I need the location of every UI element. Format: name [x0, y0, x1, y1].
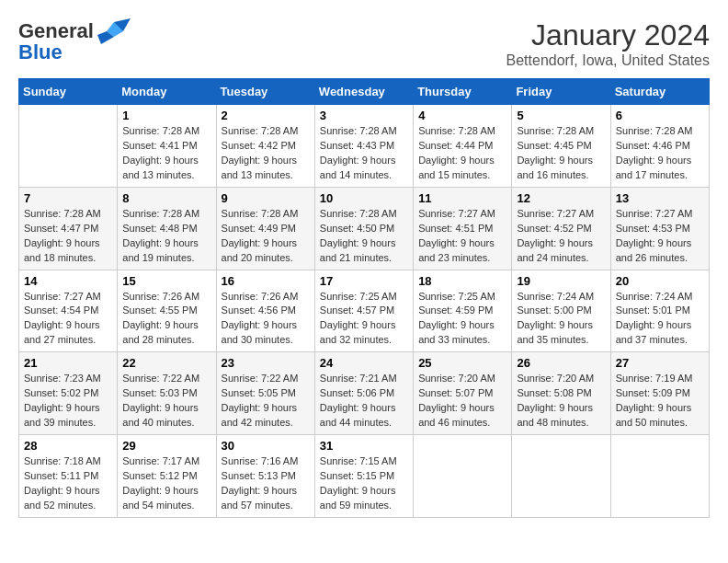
header-monday: Monday — [118, 79, 216, 105]
header-thursday: Thursday — [414, 79, 512, 105]
calendar-cell: 18Sunrise: 7:25 AMSunset: 4:59 PMDayligh… — [414, 270, 512, 352]
day-number: 12 — [517, 191, 605, 205]
calendar-cell: 8Sunrise: 7:28 AMSunset: 4:48 PMDaylight… — [118, 187, 216, 270]
day-number: 20 — [616, 274, 704, 288]
calendar-cell: 26Sunrise: 7:20 AMSunset: 5:08 PMDayligh… — [512, 352, 610, 435]
day-number: 22 — [122, 356, 210, 370]
header-saturday: Saturday — [610, 79, 709, 105]
calendar-cell: 20Sunrise: 7:24 AMSunset: 5:01 PMDayligh… — [610, 270, 709, 352]
day-number: 10 — [320, 191, 408, 205]
logo-bird-icon — [97, 18, 131, 44]
calendar-cell: 16Sunrise: 7:26 AMSunset: 4:56 PMDayligh… — [216, 270, 314, 352]
day-info: Sunrise: 7:28 AMSunset: 4:42 PMDaylight:… — [222, 124, 310, 183]
calendar-cell: 21Sunrise: 7:23 AMSunset: 5:02 PMDayligh… — [19, 352, 118, 435]
calendar-cell: 4Sunrise: 7:28 AMSunset: 4:44 PMDaylight… — [414, 105, 512, 188]
day-info: Sunrise: 7:26 AMSunset: 4:56 PMDaylight:… — [222, 290, 310, 349]
calendar-cell: 5Sunrise: 7:28 AMSunset: 4:45 PMDaylight… — [512, 105, 610, 188]
day-info: Sunrise: 7:22 AMSunset: 5:05 PMDaylight:… — [222, 372, 310, 431]
day-info: Sunrise: 7:28 AMSunset: 4:45 PMDaylight:… — [517, 124, 605, 183]
calendar-cell: 23Sunrise: 7:22 AMSunset: 5:05 PMDayligh… — [216, 352, 314, 435]
calendar-cell: 7Sunrise: 7:28 AMSunset: 4:47 PMDaylight… — [19, 187, 118, 270]
day-info: Sunrise: 7:16 AMSunset: 5:13 PMDaylight:… — [222, 454, 310, 513]
calendar-cell: 12Sunrise: 7:27 AMSunset: 4:52 PMDayligh… — [512, 187, 610, 270]
header-wednesday: Wednesday — [314, 79, 413, 105]
day-number: 1 — [122, 109, 210, 122]
day-number: 31 — [320, 439, 408, 453]
calendar-cell: 14Sunrise: 7:27 AMSunset: 4:54 PMDayligh… — [19, 270, 118, 352]
day-number: 30 — [222, 439, 310, 453]
day-info: Sunrise: 7:27 AMSunset: 4:52 PMDaylight:… — [517, 207, 605, 266]
calendar-cell: 6Sunrise: 7:28 AMSunset: 4:46 PMDaylight… — [610, 105, 709, 188]
calendar-cell: 1Sunrise: 7:28 AMSunset: 4:41 PMDaylight… — [118, 105, 216, 188]
calendar-week-1: 1Sunrise: 7:28 AMSunset: 4:41 PMDaylight… — [19, 105, 710, 188]
day-info: Sunrise: 7:27 AMSunset: 4:53 PMDaylight:… — [616, 207, 704, 266]
calendar-week-4: 21Sunrise: 7:23 AMSunset: 5:02 PMDayligh… — [19, 352, 710, 435]
day-number: 4 — [418, 109, 506, 122]
calendar-cell: 2Sunrise: 7:28 AMSunset: 4:42 PMDaylight… — [216, 105, 314, 188]
calendar-cell: 3Sunrise: 7:28 AMSunset: 4:43 PMDaylight… — [314, 105, 413, 188]
day-info: Sunrise: 7:23 AMSunset: 5:02 PMDaylight:… — [24, 372, 112, 431]
day-number: 18 — [418, 274, 506, 288]
day-number: 15 — [122, 274, 210, 288]
calendar-week-2: 7Sunrise: 7:28 AMSunset: 4:47 PMDaylight… — [19, 187, 710, 270]
calendar-cell: 13Sunrise: 7:27 AMSunset: 4:53 PMDayligh… — [610, 187, 709, 270]
day-number: 3 — [320, 109, 408, 122]
calendar-cell — [19, 105, 118, 188]
calendar-table: SundayMondayTuesdayWednesdayThursdayFrid… — [18, 78, 710, 518]
logo-blue-text: Blue — [18, 40, 63, 64]
calendar-cell: 31Sunrise: 7:15 AMSunset: 5:15 PMDayligh… — [314, 435, 413, 518]
header-friday: Friday — [512, 79, 610, 105]
day-number: 5 — [517, 109, 605, 122]
day-info: Sunrise: 7:17 AMSunset: 5:12 PMDaylight:… — [122, 454, 210, 513]
day-number: 17 — [320, 274, 408, 288]
day-info: Sunrise: 7:21 AMSunset: 5:06 PMDaylight:… — [320, 372, 408, 431]
day-info: Sunrise: 7:27 AMSunset: 4:54 PMDaylight:… — [24, 290, 112, 349]
calendar-cell: 19Sunrise: 7:24 AMSunset: 5:00 PMDayligh… — [512, 270, 610, 352]
title-block: January 2024 Bettendorf, Iowa, United St… — [506, 18, 710, 69]
day-info: Sunrise: 7:22 AMSunset: 5:03 PMDaylight:… — [122, 372, 210, 431]
header-tuesday: Tuesday — [216, 79, 314, 105]
day-number: 14 — [24, 274, 112, 288]
day-number: 7 — [24, 191, 112, 205]
calendar-cell: 30Sunrise: 7:16 AMSunset: 5:13 PMDayligh… — [216, 435, 314, 518]
calendar-cell: 29Sunrise: 7:17 AMSunset: 5:12 PMDayligh… — [118, 435, 216, 518]
day-number: 2 — [222, 109, 310, 122]
day-info: Sunrise: 7:28 AMSunset: 4:50 PMDaylight:… — [320, 207, 408, 266]
day-info: Sunrise: 7:25 AMSunset: 4:59 PMDaylight:… — [418, 290, 506, 349]
day-info: Sunrise: 7:25 AMSunset: 4:57 PMDaylight:… — [320, 290, 408, 349]
calendar-cell: 10Sunrise: 7:28 AMSunset: 4:50 PMDayligh… — [314, 187, 413, 270]
calendar-cell: 9Sunrise: 7:28 AMSunset: 4:49 PMDaylight… — [216, 187, 314, 270]
day-number: 13 — [616, 191, 704, 205]
day-number: 23 — [222, 356, 310, 370]
day-info: Sunrise: 7:28 AMSunset: 4:41 PMDaylight:… — [122, 124, 210, 183]
day-info: Sunrise: 7:20 AMSunset: 5:08 PMDaylight:… — [517, 372, 605, 431]
calendar-cell: 28Sunrise: 7:18 AMSunset: 5:11 PMDayligh… — [19, 435, 118, 518]
day-info: Sunrise: 7:28 AMSunset: 4:46 PMDaylight:… — [616, 124, 704, 183]
day-number: 28 — [24, 439, 112, 453]
day-number: 6 — [616, 109, 704, 122]
day-info: Sunrise: 7:24 AMSunset: 5:01 PMDaylight:… — [616, 290, 704, 349]
day-info: Sunrise: 7:28 AMSunset: 4:48 PMDaylight:… — [122, 207, 210, 266]
day-info: Sunrise: 7:26 AMSunset: 4:55 PMDaylight:… — [122, 290, 210, 349]
calendar-cell: 27Sunrise: 7:19 AMSunset: 5:09 PMDayligh… — [610, 352, 709, 435]
day-number: 11 — [418, 191, 506, 205]
day-info: Sunrise: 7:18 AMSunset: 5:11 PMDaylight:… — [24, 454, 112, 513]
calendar-header-row: SundayMondayTuesdayWednesdayThursdayFrid… — [19, 79, 710, 105]
calendar-cell — [512, 435, 610, 518]
day-info: Sunrise: 7:28 AMSunset: 4:49 PMDaylight:… — [222, 207, 310, 266]
day-number: 9 — [222, 191, 310, 205]
day-number: 24 — [320, 356, 408, 370]
day-number: 26 — [517, 356, 605, 370]
day-info: Sunrise: 7:27 AMSunset: 4:51 PMDaylight:… — [418, 207, 506, 266]
day-info: Sunrise: 7:28 AMSunset: 4:44 PMDaylight:… — [418, 124, 506, 183]
page-subtitle: Bettendorf, Iowa, United States — [506, 52, 710, 69]
calendar-cell — [414, 435, 512, 518]
page-title: January 2024 — [506, 18, 710, 52]
day-number: 19 — [517, 274, 605, 288]
day-info: Sunrise: 7:20 AMSunset: 5:07 PMDaylight:… — [418, 372, 506, 431]
calendar-week-3: 14Sunrise: 7:27 AMSunset: 4:54 PMDayligh… — [19, 270, 710, 352]
day-info: Sunrise: 7:24 AMSunset: 5:00 PMDaylight:… — [517, 290, 605, 349]
day-number: 16 — [222, 274, 310, 288]
calendar-cell: 11Sunrise: 7:27 AMSunset: 4:51 PMDayligh… — [414, 187, 512, 270]
calendar-cell: 17Sunrise: 7:25 AMSunset: 4:57 PMDayligh… — [314, 270, 413, 352]
